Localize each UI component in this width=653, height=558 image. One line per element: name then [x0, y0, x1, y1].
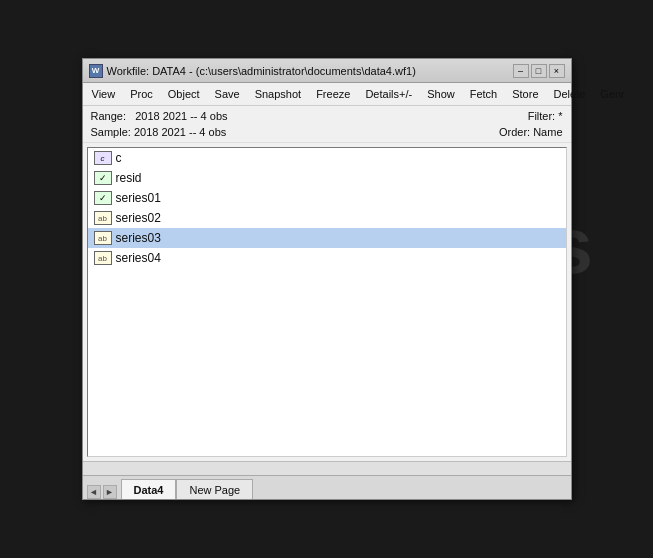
menu-item-show[interactable]: Show [420, 85, 462, 103]
menu-item-object[interactable]: Object [161, 85, 207, 103]
order-label: Order: Name [499, 124, 563, 140]
list-item-resid[interactable]: ✓resid [88, 168, 566, 188]
range-row: Range: 2018 2021 -- 4 obs Filter: * [91, 108, 563, 124]
list-item-series01[interactable]: ✓series01 [88, 188, 566, 208]
series-icon: ab [94, 211, 112, 225]
item-label-resid: resid [116, 171, 142, 185]
menu-item-genr[interactable]: Genr [593, 85, 631, 103]
menu-item-details+/-[interactable]: Details+/- [358, 85, 419, 103]
title-buttons: – □ × [513, 64, 565, 78]
menu-item-save[interactable]: Save [208, 85, 247, 103]
sample-row: Sample: 2018 2021 -- 4 obs Order: Name [91, 124, 563, 140]
tab-data4[interactable]: Data4 [121, 479, 177, 499]
horizontal-scrollbar[interactable] [83, 461, 571, 475]
range-value: 2018 2021 -- 4 obs [135, 110, 227, 122]
sample-label: Sample: [91, 126, 131, 138]
window-title: Workfile: DATA4 - (c:\users\administrato… [107, 65, 416, 77]
checked-icon: ✓ [94, 171, 112, 185]
maximize-button[interactable]: □ [531, 64, 547, 78]
menu-item-store[interactable]: Store [505, 85, 545, 103]
content-area[interactable]: cc✓resid✓series01abseries02abseries03abs… [87, 147, 567, 457]
menu-item-view[interactable]: View [85, 85, 123, 103]
list-item-series04[interactable]: abseries04 [88, 248, 566, 268]
sample-value: 2018 2021 -- 4 obs [134, 126, 226, 138]
close-button[interactable]: × [549, 64, 565, 78]
menu-item-freeze[interactable]: Freeze [309, 85, 357, 103]
tab-new-page[interactable]: New Page [176, 479, 253, 499]
menu-item-fetch[interactable]: Fetch [463, 85, 505, 103]
menu-bar: ViewProcObjectSaveSnapshotFreezeDetails+… [83, 83, 571, 106]
title-bar-left: W Workfile: DATA4 - (c:\users\administra… [89, 64, 416, 78]
item-label-c: c [116, 151, 122, 165]
list-item-c[interactable]: cc [88, 148, 566, 168]
tab-next-button[interactable]: ► [103, 485, 117, 499]
item-label-series04: series04 [116, 251, 161, 265]
filter-label: Filter: * [528, 108, 563, 124]
scalar-icon: c [94, 151, 112, 165]
list-item-series02[interactable]: abseries02 [88, 208, 566, 228]
sample-info: Sample: 2018 2021 -- 4 obs [91, 124, 227, 140]
menu-item-snapshot[interactable]: Snapshot [248, 85, 308, 103]
tab-nav: ◄ ► [87, 485, 117, 499]
menu-item-delete[interactable]: Delete [547, 85, 593, 103]
range-info: Range: 2018 2021 -- 4 obs [91, 108, 228, 124]
item-label-series03: series03 [116, 231, 161, 245]
item-label-series02: series02 [116, 211, 161, 225]
range-label: Range: [91, 110, 126, 122]
minimize-button[interactable]: – [513, 64, 529, 78]
window-icon: W [89, 64, 103, 78]
series-icon: ab [94, 251, 112, 265]
tab-prev-button[interactable]: ◄ [87, 485, 101, 499]
workfile-window: W Workfile: DATA4 - (c:\users\administra… [82, 58, 572, 500]
info-bar: Range: 2018 2021 -- 4 obs Filter: * Samp… [83, 106, 571, 143]
list-item-series03[interactable]: abseries03 [88, 228, 566, 248]
tab-bar: ◄ ► Data4New Page [83, 475, 571, 499]
series-icon: ab [94, 231, 112, 245]
menu-item-proc[interactable]: Proc [123, 85, 160, 103]
checked-icon: ✓ [94, 191, 112, 205]
title-bar: W Workfile: DATA4 - (c:\users\administra… [83, 59, 571, 83]
item-label-series01: series01 [116, 191, 161, 205]
